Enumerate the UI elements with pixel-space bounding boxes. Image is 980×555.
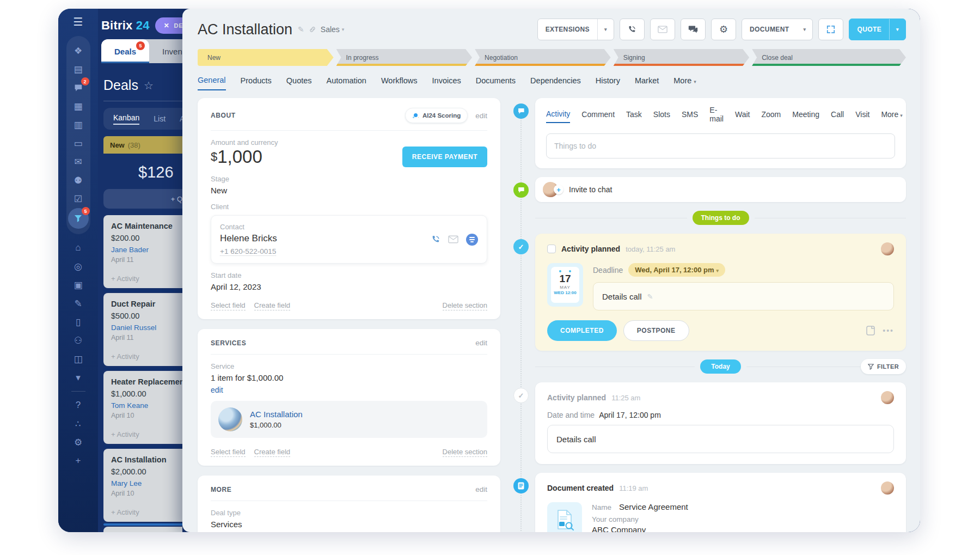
tab-slots[interactable]: Slots bbox=[653, 110, 670, 123]
tab-wait[interactable]: Wait bbox=[735, 110, 750, 123]
tab-zoom[interactable]: Zoom bbox=[761, 110, 781, 123]
activity-note[interactable]: Details call✎ bbox=[593, 282, 894, 310]
inventory-icon[interactable]: ◫ bbox=[69, 350, 88, 368]
hamburger-menu-icon[interactable]: ☰ bbox=[74, 16, 83, 27]
tab-task[interactable]: Task bbox=[626, 110, 642, 123]
close-icon[interactable]: ✕ bbox=[164, 22, 170, 29]
chevron-down-icon[interactable]: ▾ bbox=[598, 27, 614, 32]
deal-slider-badge[interactable]: ✕DEAL bbox=[155, 17, 182, 34]
ai-scoring-button[interactable]: AI24 Scoring bbox=[405, 108, 468, 123]
tab-market[interactable]: Market bbox=[635, 76, 659, 90]
column-header-new[interactable]: New(38) bbox=[103, 136, 182, 154]
delete-section-link[interactable]: Delete section bbox=[443, 301, 487, 310]
favorite-star-icon[interactable]: ☆ bbox=[144, 79, 154, 92]
tab-comment[interactable]: Comment bbox=[581, 110, 615, 123]
activity-note[interactable]: Details call bbox=[547, 425, 894, 453]
messenger-icon[interactable]: 2 bbox=[69, 78, 88, 97]
link-icon[interactable] bbox=[304, 26, 316, 33]
tab-visit[interactable]: Visit bbox=[855, 110, 869, 123]
chevron-down-icon[interactable]: ▾ bbox=[797, 27, 812, 32]
chevron-down-icon[interactable]: ▾ bbox=[890, 27, 905, 32]
company-icon[interactable]: ⌂ bbox=[69, 239, 88, 257]
doc-name-value[interactable]: Service Agreement bbox=[619, 502, 688, 511]
tab-activity[interactable]: Activity bbox=[546, 109, 570, 123]
contact-phone[interactable]: +1 620-522-0015 bbox=[220, 247, 276, 256]
settings-icon[interactable]: ⚙ bbox=[69, 433, 88, 452]
structure-icon[interactable]: ∴ bbox=[69, 414, 88, 433]
collapse-icon[interactable]: ▾ bbox=[69, 368, 88, 387]
select-field-link[interactable]: Select field bbox=[211, 448, 246, 457]
services-edit-link[interactable]: edit bbox=[475, 339, 487, 347]
stage-signing[interactable]: Signing bbox=[614, 49, 750, 66]
view-list[interactable]: List bbox=[154, 114, 166, 123]
tab-workflows[interactable]: Workflows bbox=[381, 76, 418, 90]
stage-value[interactable]: New bbox=[211, 186, 487, 195]
tab-meeting[interactable]: Meeting bbox=[792, 110, 819, 123]
more-edit-link[interactable]: edit bbox=[475, 485, 487, 493]
product-name-link[interactable]: AC Installation bbox=[250, 410, 303, 419]
stage-close-deal[interactable]: Close deal bbox=[752, 49, 906, 66]
edit-title-icon[interactable]: ✎ bbox=[298, 25, 304, 34]
deal-card[interactable]: Duct Repair $500.00 Daniel Russel April … bbox=[103, 293, 182, 366]
tab-quotes[interactable]: Quotes bbox=[286, 76, 312, 90]
stage-new[interactable]: New bbox=[198, 49, 334, 66]
mail-button[interactable] bbox=[650, 19, 675, 40]
automation-icon[interactable]: ⚇ bbox=[69, 331, 88, 350]
stage-negotiation[interactable]: Negotiation bbox=[475, 49, 611, 66]
deal-card[interactable]: AC Installation $2,000.00 Mary Lee April… bbox=[103, 449, 182, 522]
create-field-link[interactable]: Create field bbox=[254, 448, 290, 457]
sign-icon[interactable]: ✎ bbox=[69, 294, 88, 313]
calendar-icon[interactable]: ▦ bbox=[69, 97, 88, 115]
deal-card[interactable]: Heater Replacement $1,000.00 Tom Keane A… bbox=[103, 371, 182, 444]
tab-invoices[interactable]: Invoices bbox=[432, 76, 461, 90]
chat-button[interactable] bbox=[681, 19, 706, 40]
tab-sms[interactable]: SMS bbox=[682, 110, 698, 123]
extensions-button[interactable]: EXTENSIONS▾ bbox=[537, 19, 614, 40]
view-kanban[interactable]: Kanban bbox=[113, 113, 139, 125]
quick-deal-button[interactable]: + Quick deal bbox=[103, 189, 182, 209]
deal-type-value[interactable]: Services bbox=[211, 520, 487, 529]
document-button[interactable]: DOCUMENT▾ bbox=[742, 19, 813, 40]
client-card[interactable]: Contact Helene Bricks +1 620-522-0015 bbox=[211, 215, 487, 264]
tab-general[interactable]: General bbox=[198, 76, 226, 90]
deal-card[interactable]: AC Repair bbox=[103, 527, 182, 532]
service-edit-link[interactable]: edit bbox=[211, 386, 487, 394]
product-row[interactable]: AC Installation $1,000.00 bbox=[211, 401, 487, 438]
pipeline-label[interactable]: Sales bbox=[321, 25, 340, 34]
mail-icon[interactable]: ✉ bbox=[69, 153, 88, 171]
call-button[interactable] bbox=[620, 19, 645, 40]
expand-button[interactable] bbox=[818, 19, 843, 40]
create-field-link[interactable]: Create field bbox=[254, 301, 290, 310]
pin-note-icon[interactable] bbox=[866, 326, 875, 336]
tab-history[interactable]: History bbox=[596, 76, 620, 90]
filter-button[interactable]: FILTER bbox=[861, 359, 906, 374]
quote-button[interactable]: QUOTE▾ bbox=[849, 19, 906, 40]
activity-checkbox[interactable] bbox=[547, 245, 556, 253]
add-icon[interactable]: + bbox=[69, 452, 88, 470]
shop-icon[interactable]: ▣ bbox=[69, 276, 88, 294]
hr-card-icon[interactable]: ▯ bbox=[69, 313, 88, 331]
marketing-icon[interactable]: ◎ bbox=[69, 257, 88, 276]
feed-icon[interactable]: ▤ bbox=[69, 60, 88, 78]
tab-call[interactable]: Call bbox=[831, 110, 844, 123]
tasks-icon[interactable]: ☑ bbox=[69, 190, 88, 208]
help-icon[interactable]: ? bbox=[69, 396, 88, 414]
receive-payment-button[interactable]: RECEIVE PAYMENT bbox=[402, 147, 487, 167]
start-date-value[interactable]: April 12, 2023 bbox=[211, 282, 487, 291]
open-chat-icon[interactable] bbox=[466, 234, 478, 246]
email-icon[interactable] bbox=[448, 235, 458, 243]
todo-input[interactable] bbox=[546, 133, 895, 158]
tab-dependencies[interactable]: Dependencies bbox=[530, 76, 581, 90]
documents-icon[interactable]: ▥ bbox=[69, 115, 88, 134]
deadline-value[interactable]: Wed, April 17, 12:00 pm▾ bbox=[628, 263, 725, 277]
crm-funnel-icon[interactable]: 5 bbox=[68, 208, 89, 229]
completed-button[interactable]: COMPLETED bbox=[547, 320, 617, 341]
tab-products[interactable]: Products bbox=[241, 76, 272, 90]
contact-name[interactable]: Helene Bricks bbox=[220, 233, 277, 244]
tab-more[interactable]: More▾ bbox=[673, 76, 696, 90]
phone-icon[interactable] bbox=[431, 235, 440, 245]
more-actions-icon[interactable]: ••• bbox=[883, 326, 894, 335]
network-icon[interactable]: ❖ bbox=[69, 41, 88, 60]
settings-button[interactable]: ⚙ bbox=[711, 19, 736, 40]
tab-inventory[interactable]: Inventory bbox=[149, 39, 182, 63]
